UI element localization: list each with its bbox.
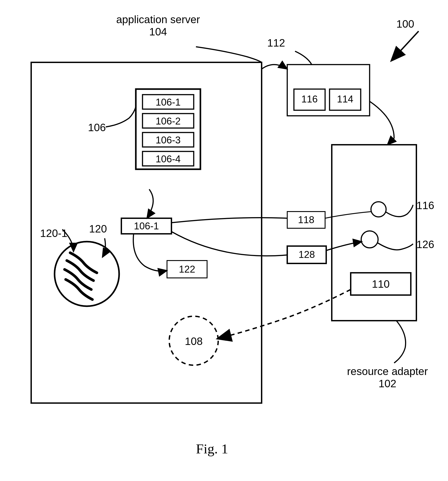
num-112-label: 112 — [267, 37, 285, 49]
box-116-label: 116 — [294, 94, 325, 105]
box-128-label: 128 — [287, 249, 326, 260]
leader-116-ep — [385, 205, 413, 217]
pool-item-1-label: 106-1 — [142, 97, 194, 108]
diagram-svg — [0, 0, 448, 481]
leader-106-1 — [147, 189, 153, 218]
box-118-label: 118 — [287, 214, 325, 225]
leader-104 — [196, 47, 262, 62]
num-100-label: 100 — [396, 18, 414, 30]
pool-item-4-label: 106-4 — [142, 153, 194, 165]
figure-label: Fig. 1 — [196, 441, 228, 457]
resource-adapter-label: resource adapter 102 — [343, 365, 432, 390]
conn-106-1-to-118 — [172, 218, 287, 223]
ep-116-label: 116 — [416, 199, 434, 211]
num-120-label: 120 — [89, 223, 107, 235]
arrow-104-to-112 — [262, 65, 287, 69]
box-114-label: 114 — [329, 94, 361, 105]
diagram-canvas: application server 104 112 100 116 114 1… — [0, 0, 448, 481]
pool-item-2-label: 106-2 — [142, 116, 194, 127]
arrow-112-to-ra — [370, 101, 394, 145]
leader-106 — [106, 107, 136, 127]
endpoint-circle-126 — [361, 231, 378, 248]
box-122-label: 122 — [167, 264, 207, 275]
conn-106-1-to-122 — [133, 234, 167, 271]
num-108-label: 108 — [185, 335, 203, 347]
leader-112 — [295, 51, 312, 65]
num-120-1-label: 120-1 — [40, 227, 67, 239]
dashed-arrow-110-to-108 — [218, 289, 351, 338]
pool-item-3-label: 106-3 — [142, 135, 194, 146]
box-110-label: 110 — [351, 278, 411, 290]
app-server-label: application server 104 — [113, 13, 203, 38]
box-112 — [287, 65, 370, 116]
box-106-1-mid-label: 106-1 — [121, 220, 172, 232]
leader-126 — [377, 243, 413, 250]
leader-120 — [102, 238, 105, 257]
leader-ra — [394, 321, 406, 363]
conn-106-1-to-128 — [172, 232, 287, 256]
num-106-label: 106 — [88, 121, 106, 134]
endpoint-circle-116 — [371, 202, 386, 217]
num-126-label: 126 — [416, 238, 434, 250]
arrow-100 — [392, 31, 418, 60]
